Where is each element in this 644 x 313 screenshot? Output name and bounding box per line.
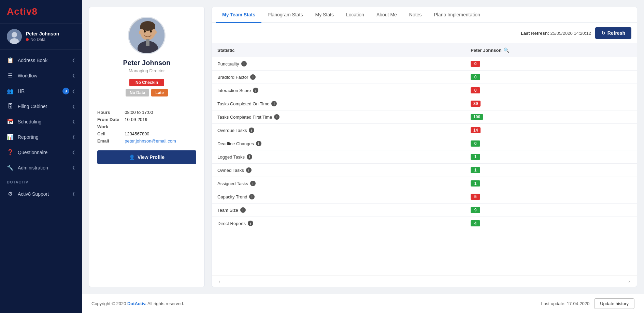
sidebar-item-label: HR	[18, 88, 25, 94]
stat-name-cell: Interaction Score i	[212, 84, 465, 97]
table-row: Capacity Trend i 5	[212, 190, 637, 204]
sidebar-item-reporting[interactable]: 📊 Reporting ❮	[0, 129, 82, 145]
table-row: Tasks Completed First Time i 100	[212, 110, 637, 124]
chevron-right-icon: ❮	[72, 104, 75, 109]
no-data-badge: No Data	[126, 89, 149, 96]
stat-name-cell: Tasks Completed First Time i	[212, 110, 465, 124]
sidebar-item-workflow[interactable]: ☰ Workflow ❮	[0, 68, 82, 83]
view-profile-button[interactable]: 👤 View Profile	[97, 150, 196, 164]
stat-label: Punctuality	[217, 61, 239, 66]
sidebar-user-name: Peter Johnson	[26, 31, 59, 36]
svg-point-11	[144, 30, 146, 33]
stat-label: Assigned Tasks	[217, 181, 248, 186]
stat-value-cell: 100	[465, 110, 637, 124]
stat-value-badge: 1	[471, 180, 480, 187]
stat-name-cell: Overdue Tasks i	[212, 124, 465, 137]
stat-label: Tasks Completed On Time	[217, 101, 269, 106]
sidebar-item-label: Filing Cabinet	[18, 104, 47, 109]
cell-label: Cell	[97, 131, 119, 136]
stat-value-cell: 1	[465, 150, 637, 164]
stat-label: Owned Tasks	[217, 168, 244, 173]
footer-right: Last update: 17-04-2020 Update history	[541, 298, 635, 309]
status-dot-icon	[26, 38, 29, 41]
stat-label: Logged Tasks	[217, 154, 245, 160]
reporting-icon: 📊	[7, 134, 14, 140]
table-row: Logged Tasks i 1	[212, 150, 637, 164]
last-update-label: Last update: 17-04-2020	[541, 301, 590, 306]
stat-name-cell: Owned Tasks i	[212, 164, 465, 177]
sidebar-item-address-book[interactable]: 📋 Address Book ❮	[0, 53, 82, 68]
sidebar-item-activ8-support[interactable]: ⚙ Activ8 Support ❮	[0, 186, 82, 202]
svg-point-12	[150, 30, 152, 33]
logo-text-accent: 8	[32, 6, 38, 17]
footer-brand: DotActiv.	[127, 301, 146, 306]
tab-my-team-stats[interactable]: My Team Stats	[216, 7, 261, 23]
scroll-right-icon[interactable]: ›	[627, 279, 631, 284]
stat-value-cell: 0	[465, 71, 637, 84]
stat-label: Bradford Factor	[217, 75, 248, 80]
svg-rect-8	[146, 39, 149, 46]
refresh-button[interactable]: ↻ Refresh	[595, 27, 631, 39]
search-icon[interactable]: 🔍	[503, 47, 509, 53]
hr-badge: 3	[62, 88, 69, 94]
table-row: Assigned Tasks i 1	[212, 177, 637, 190]
main-content: Peter Johnson Managing Director No Check…	[82, 0, 644, 294]
chevron-right-icon: ❮	[72, 89, 75, 93]
chevron-right-icon: ❮	[72, 150, 75, 154]
sidebar-user-section: Peter Johnson No Data	[0, 24, 82, 50]
sidebar-item-filing-cabinet[interactable]: 🗄 Filing Cabinet ❮	[0, 99, 82, 114]
questionnaire-icon: ❓	[7, 149, 14, 155]
scroll-left-icon[interactable]: ‹	[217, 279, 222, 284]
sidebar-nav: 📋 Address Book ❮ ☰ Workflow ❮ 👥 HR 3	[0, 50, 82, 313]
info-icon: i	[256, 141, 261, 146]
sidebar-item-hr[interactable]: 👥 HR 3 ❮	[0, 83, 82, 99]
stat-value-cell: 4	[465, 217, 637, 230]
stat-value-badge: 100	[471, 114, 483, 120]
stat-value-cell: 0	[465, 57, 637, 71]
sidebar-item-questionnaire[interactable]: ❓ Questionnaire ❮	[0, 145, 82, 160]
sidebar-item-label: Address Book	[18, 58, 47, 63]
tab-notes[interactable]: Notes	[403, 7, 428, 23]
table-row: Interaction Score i 0	[212, 84, 637, 97]
stat-value-badge: 0	[471, 140, 480, 147]
sidebar-item-scheduling[interactable]: 📅 Scheduling ❮	[0, 114, 82, 129]
stat-value-cell: 5	[465, 190, 637, 204]
work-value	[125, 124, 196, 129]
svg-rect-6	[140, 26, 155, 29]
sidebar-item-label: Activ8 Support	[18, 191, 49, 197]
stat-label: Direct Reports	[217, 221, 246, 226]
from-date-label: From Date	[97, 117, 119, 122]
stat-name-cell: Direct Reports i	[212, 217, 465, 230]
chevron-right-icon: ❮	[72, 73, 75, 78]
stat-value-cell: 0	[465, 137, 637, 150]
tab-planogram-stats[interactable]: Planogram Stats	[261, 7, 309, 23]
stat-value-badge: 14	[471, 127, 481, 133]
info-icon: i	[250, 181, 256, 186]
sidebar-user-status-label: No Data	[30, 37, 45, 42]
stat-label: Team Size	[217, 208, 238, 213]
refresh-label: Refresh	[607, 30, 625, 36]
stats-toolbar: Last Refresh: 25/05/2020 14:20:12 ↻ Refr…	[212, 23, 637, 43]
late-badge: Late	[151, 89, 168, 96]
stat-value-cell: 89	[465, 97, 637, 110]
hours-value: 08:00 to 17:00	[125, 110, 196, 115]
update-history-button[interactable]: Update history	[594, 298, 634, 309]
tab-plano-implementation[interactable]: Plano Implementation	[428, 7, 486, 23]
stat-value-cell: 0	[465, 84, 637, 97]
tab-location[interactable]: Location	[340, 7, 370, 23]
support-icon: ⚙	[7, 191, 14, 197]
sidebar-item-administration[interactable]: 🔧 Administration ❮	[0, 160, 82, 175]
address-book-icon: 📋	[7, 57, 14, 63]
stat-label: Deadline Changes	[217, 141, 254, 146]
hours-label: Hours	[97, 110, 119, 115]
last-refresh-value: 25/05/2020 14:20:12	[550, 31, 591, 36]
email-label: Email	[97, 138, 119, 144]
svg-point-9	[139, 30, 142, 34]
user-col-name: Peter Johnson	[471, 48, 501, 53]
tab-my-stats[interactable]: My Stats	[309, 7, 340, 23]
profile-avatar	[128, 17, 166, 54]
stat-value-badge: 1	[471, 154, 480, 160]
tab-about-me[interactable]: About Me	[370, 7, 403, 23]
profile-divider	[97, 105, 196, 105]
info-icon: i	[274, 114, 280, 120]
